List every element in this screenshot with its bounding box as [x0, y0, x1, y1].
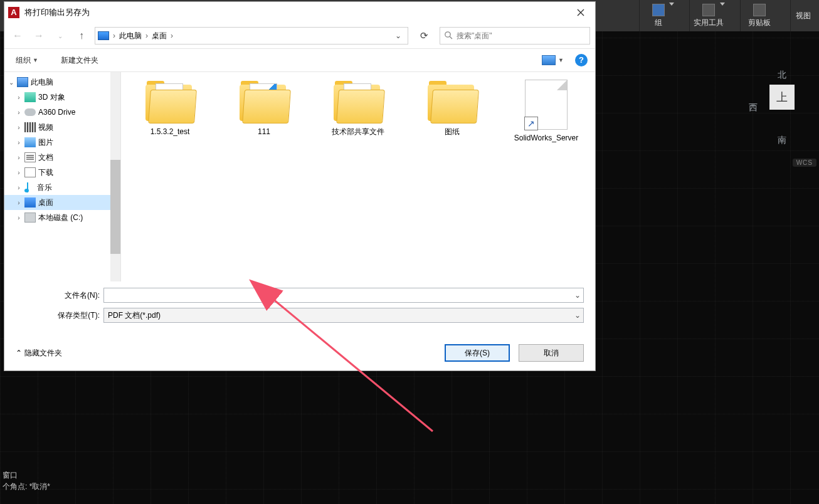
nav-forward[interactable]: → — [31, 30, 47, 41]
tree-item-icon — [24, 167, 36, 177]
breadcrumb-root[interactable]: 此电脑 — [119, 31, 142, 41]
save-as-dialog: A 将打印输出另存为 ← → ⌄ ↑ › 此电脑 › 桌面 › ⌄ ⟳ 组织 — [4, 1, 596, 371]
pc-icon — [17, 77, 28, 87]
file-item[interactable]: 1.5.3.2_test — [132, 80, 208, 143]
tree-item-icon — [24, 213, 36, 223]
shortcut-overlay-icon: ↗ — [524, 117, 538, 130]
nav-bar: ← → ⌄ ↑ › 此电脑 › 桌面 › ⌄ ⟳ — [4, 23, 595, 48]
organize-button[interactable]: 组织 ▼ — [12, 53, 42, 68]
dropdown-icon[interactable]: ⌄ — [574, 291, 581, 300]
nav-recent[interactable]: ⌄ — [52, 33, 68, 39]
expand-icon[interactable]: › — [14, 109, 23, 116]
titlebar: A 将打印输出另存为 — [4, 2, 595, 23]
hide-folders-label: 隐藏文件夹 — [24, 348, 62, 359]
tools-icon — [702, 4, 715, 16]
tree-item[interactable]: ›桌面 — [4, 195, 111, 210]
search-input[interactable] — [457, 31, 586, 40]
ribbon-view[interactable]: 视图 — [790, 0, 815, 31]
cancel-button[interactable]: 取消 — [519, 344, 584, 362]
dropdown-icon: ▼ — [33, 57, 38, 63]
compass-south[interactable]: 南 — [778, 135, 786, 146]
tree-scrollbar-thumb[interactable] — [110, 160, 120, 254]
tree-item-icon — [24, 152, 36, 162]
file-item[interactable]: 图纸 — [415, 80, 490, 143]
ribbon-group[interactable]: 组 — [639, 0, 677, 31]
folder-icon — [237, 80, 291, 123]
view-cube[interactable]: 北 西 上 南 WCS — [748, 66, 816, 179]
hide-folders-button[interactable]: ⌃ 隐藏文件夹 — [16, 348, 62, 359]
tree-item[interactable]: ›下载 — [4, 165, 111, 180]
collapse-icon[interactable]: ⌄ — [7, 79, 16, 86]
view-mode-icon — [542, 55, 556, 65]
chevron-icon: › — [113, 31, 115, 40]
tree-item[interactable]: ›音乐 — [4, 180, 111, 195]
tree-item-label: 本地磁盘 (C:) — [38, 213, 83, 223]
viewcube-top-face[interactable]: 上 — [769, 85, 795, 110]
cancel-label: 取消 — [544, 348, 559, 359]
filename-label: 文件名(N): — [16, 290, 103, 301]
organize-label: 组织 — [16, 55, 31, 66]
group-icon — [652, 4, 665, 16]
dialog-toolbar: 组织 ▼ 新建文件夹 ▼ ? — [4, 48, 595, 72]
app-icon: A — [8, 7, 19, 18]
expand-icon[interactable]: › — [14, 184, 23, 191]
expand-icon[interactable]: › — [14, 124, 23, 131]
expand-icon[interactable]: › — [14, 139, 23, 146]
file-name: 技术部共享文件 — [332, 127, 384, 137]
chevron-icon: › — [171, 31, 173, 40]
expand-icon[interactable]: › — [14, 214, 23, 221]
refresh-button[interactable]: ⟳ — [413, 27, 435, 45]
filetype-select[interactable]: PDF 文档(*.pdf) ⌄ — [103, 308, 584, 323]
tree-item[interactable]: ›A360 Drive — [4, 105, 111, 120]
chevron-up-icon: ⌃ — [16, 349, 22, 357]
new-folder-button[interactable]: 新建文件夹 — [57, 53, 102, 68]
search-box[interactable] — [440, 27, 590, 45]
file-item[interactable]: ↗SolidWorks_Server — [509, 80, 584, 143]
chevron-icon: › — [145, 31, 148, 40]
ribbon-clipboard[interactable]: 剪贴板 — [740, 0, 778, 31]
tree-item[interactable]: ›图片 — [4, 135, 111, 150]
expand-icon[interactable]: › — [14, 154, 23, 161]
svg-point-0 — [445, 31, 450, 36]
file-list[interactable]: 1.5.3.2_test111技术部共享文件图纸↗SolidWorks_Serv… — [121, 72, 595, 281]
help-button[interactable]: ? — [575, 54, 588, 66]
clipboard-icon — [753, 4, 766, 16]
filetype-value: PDF 文档(*.pdf) — [108, 310, 161, 321]
filename-input[interactable]: ⌄ — [103, 288, 584, 303]
nav-tree[interactable]: ⌄ 此电脑 ›3D 对象›A360 Drive›视频›图片›文档›下载›音乐›桌… — [4, 72, 121, 281]
tree-item[interactable]: ›3D 对象 — [4, 90, 111, 105]
tree-item-label: 3D 对象 — [38, 92, 65, 103]
expand-icon[interactable]: › — [14, 94, 23, 101]
nav-up[interactable]: ↑ — [73, 30, 90, 41]
save-button[interactable]: 保存(S) — [445, 344, 510, 362]
breadcrumb-leaf[interactable]: 桌面 — [152, 31, 167, 41]
dropdown-icon: ▼ — [558, 57, 564, 63]
tree-item-icon — [24, 137, 36, 147]
view-mode-button[interactable]: ▼ — [542, 55, 564, 65]
file-name: 图纸 — [445, 127, 460, 137]
file-item[interactable]: 技术部共享文件 — [320, 80, 396, 143]
expand-icon[interactable]: › — [14, 199, 23, 206]
search-icon — [444, 31, 453, 41]
close-button[interactable] — [566, 2, 595, 23]
file-name: 111 — [258, 127, 270, 137]
ribbon-tools[interactable]: 实用工具 — [689, 0, 727, 31]
tree-item-label: 音乐 — [37, 182, 52, 193]
tree-item[interactable]: ›本地磁盘 (C:) — [4, 210, 111, 225]
pc-icon — [98, 31, 109, 40]
file-item[interactable]: 111 — [226, 80, 302, 143]
tree-root[interactable]: ⌄ 此电脑 — [4, 75, 111, 90]
file-name: SolidWorks_Server — [514, 134, 578, 143]
compass-north[interactable]: 北 — [778, 70, 786, 81]
dropdown-icon[interactable]: ⌄ — [574, 311, 581, 320]
dialog-title: 将打印输出另存为 — [24, 7, 90, 18]
nav-back[interactable]: ← — [9, 30, 26, 41]
breadcrumb-bar[interactable]: › 此电脑 › 桌面 › ⌄ — [95, 27, 408, 45]
path-dropdown[interactable]: ⌄ — [391, 31, 405, 40]
compass-west[interactable]: 西 — [749, 102, 758, 113]
wcs-label[interactable]: WCS — [793, 159, 816, 167]
tree-item[interactable]: ›文档 — [4, 150, 111, 165]
dialog-bottom: 文件名(N): ⌄ 保存类型(T): PDF 文档(*.pdf) ⌄ ⌃ 隐藏文… — [4, 281, 595, 370]
expand-icon[interactable]: › — [14, 169, 23, 176]
tree-item[interactable]: ›视频 — [4, 120, 111, 135]
